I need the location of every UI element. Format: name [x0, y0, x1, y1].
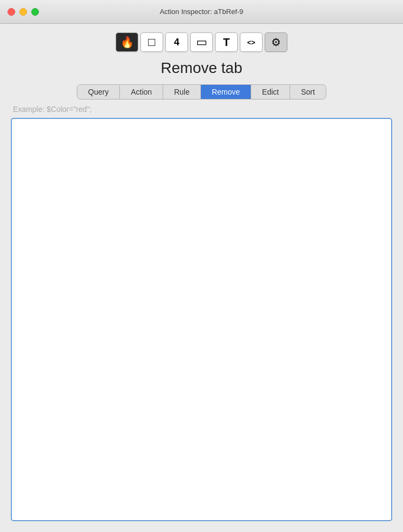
minimize-button[interactable]	[19, 8, 27, 16]
window-content: 🔥 □ 4 ▭ T <> ⚙ Remove tab Query Action R…	[0, 24, 403, 532]
tab-remove[interactable]: Remove	[201, 85, 251, 99]
title-bar: Action Inspector: aTbRef-9	[0, 0, 403, 24]
tab-rule[interactable]: Rule	[163, 85, 201, 99]
rectangle-button[interactable]: ▭	[190, 32, 213, 52]
square-button[interactable]: □	[140, 32, 163, 52]
hint-text: Example: $Color="red";	[13, 105, 92, 114]
window-title: Action Inspector: aTbRef-9	[160, 8, 244, 16]
page-title: Remove tab	[161, 59, 243, 77]
code-button[interactable]: <>	[240, 32, 263, 52]
toolbar: 🔥 □ 4 ▭ T <> ⚙	[116, 32, 287, 52]
tab-action[interactable]: Action	[120, 85, 163, 99]
four-button[interactable]: 4	[165, 32, 188, 52]
text-button[interactable]: T	[215, 32, 238, 52]
flame-button[interactable]: 🔥	[116, 32, 138, 52]
tab-bar: Query Action Rule Remove Edict Sort	[77, 84, 326, 99]
tab-query[interactable]: Query	[77, 85, 120, 99]
editor-textarea[interactable]	[11, 118, 392, 521]
gear-button[interactable]: ⚙	[265, 32, 287, 52]
maximize-button[interactable]	[31, 8, 39, 16]
window-controls	[8, 8, 39, 16]
tab-edict[interactable]: Edict	[251, 85, 290, 99]
tab-sort[interactable]: Sort	[290, 85, 326, 99]
close-button[interactable]	[8, 8, 15, 16]
